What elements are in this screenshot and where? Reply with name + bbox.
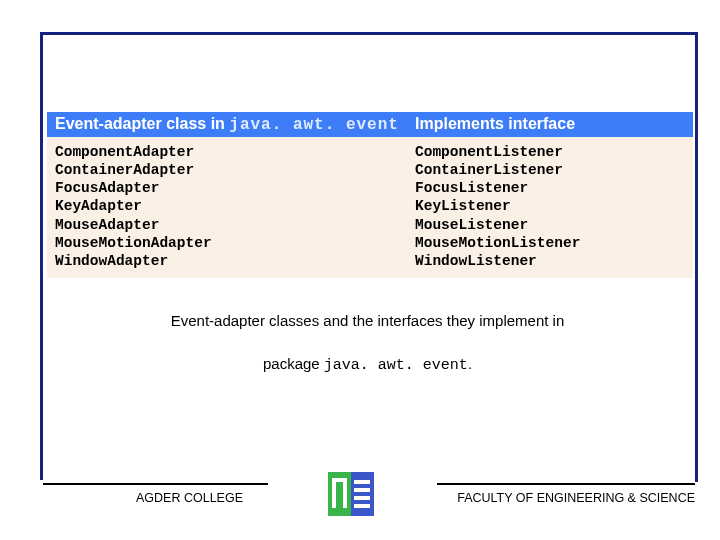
footer-right-rule xyxy=(437,483,695,485)
agder-logo-icon xyxy=(328,472,374,516)
caption-line2-suffix: . xyxy=(468,355,472,372)
footer-left-rule xyxy=(43,483,268,485)
caption-line2-prefix: package xyxy=(263,355,324,372)
caption-line2-code: java. awt. event xyxy=(324,357,468,374)
footer-right: FACULTY OF ENGINEERING & SCIENCE xyxy=(457,491,695,505)
header-col1-text: Event-adapter class in xyxy=(55,115,229,132)
adapters-column: ComponentAdapter ContainerAdapter FocusA… xyxy=(55,143,415,270)
table-header-col1: Event-adapter class in java. awt. event xyxy=(55,115,415,134)
table-body: ComponentAdapter ContainerAdapter FocusA… xyxy=(47,137,693,278)
caption: Event-adapter classes and the interfaces… xyxy=(40,312,695,374)
header-col1-code: java. awt. event xyxy=(229,116,399,134)
listeners-column: ComponentListener ContainerListener Focu… xyxy=(415,143,685,270)
table-header-col2: Implements interface xyxy=(415,115,685,134)
footer-left: AGDER COLLEGE xyxy=(136,491,243,505)
caption-line1: Event-adapter classes and the interfaces… xyxy=(40,312,695,329)
adapter-table: Event-adapter class in java. awt. event … xyxy=(47,112,693,278)
caption-line2: package java. awt. event. xyxy=(40,355,695,374)
table-header-row: Event-adapter class in java. awt. event … xyxy=(47,112,693,137)
